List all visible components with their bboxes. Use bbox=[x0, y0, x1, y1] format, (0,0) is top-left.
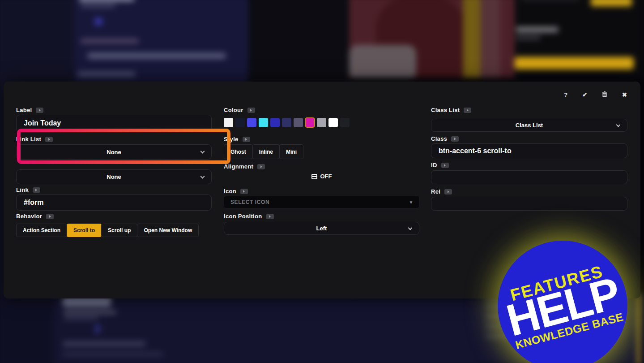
video-help-icon[interactable] bbox=[243, 137, 250, 142]
bg-text-smudge bbox=[77, 72, 136, 77]
bg-photo bbox=[349, 0, 515, 78]
modal-left-column: Label Join Today Link List None None Lin… bbox=[16, 82, 212, 298]
label-input-value: Join Today bbox=[24, 119, 61, 127]
color-swatch[interactable] bbox=[247, 118, 256, 127]
bg-text-smudge bbox=[95, 325, 100, 333]
behavior-action-section-button[interactable]: Action Section bbox=[16, 224, 67, 237]
bg-text-smudge bbox=[63, 352, 163, 356]
behavior-label: Behavior bbox=[16, 213, 54, 220]
id-input[interactable] bbox=[431, 170, 627, 184]
bg-yellow-pill bbox=[591, 0, 632, 6]
alignment-off-icon bbox=[311, 174, 317, 179]
video-help-icon[interactable] bbox=[45, 137, 53, 142]
id-label: ID bbox=[431, 162, 449, 169]
rel-label-text: Rel bbox=[431, 188, 440, 195]
modal-middle-column: Colour Style Ghost Inline Mini Alignm bbox=[224, 82, 419, 298]
icon-label: Icon bbox=[224, 188, 248, 194]
video-help-icon[interactable] bbox=[451, 136, 459, 142]
color-swatch[interactable] bbox=[259, 118, 268, 127]
colour-label-text: Colour bbox=[224, 107, 243, 113]
chevron-down-icon bbox=[200, 174, 205, 178]
video-help-icon[interactable] bbox=[240, 189, 248, 194]
link-input[interactable]: #form bbox=[16, 194, 212, 211]
link-label: Link bbox=[16, 186, 40, 193]
help-knowledge-base-badge: FEATURES HELP KNOWLEDGE BASE bbox=[498, 241, 627, 363]
bg-text-smudge bbox=[64, 316, 98, 320]
icon-select[interactable]: SELECT ICON ▼ bbox=[224, 196, 419, 208]
class-label-text: Class bbox=[431, 135, 447, 142]
class-list-label-text: Class List bbox=[431, 107, 460, 113]
behavior-scroll-up-button[interactable]: Scroll up bbox=[101, 224, 137, 237]
obscured-list-select[interactable]: None bbox=[16, 169, 212, 184]
behavior-open-new-window-button[interactable]: Open New Window bbox=[137, 224, 199, 237]
link-list-label: Link List bbox=[16, 136, 53, 143]
color-swatch[interactable] bbox=[282, 118, 291, 127]
style-label-text: Style bbox=[224, 136, 239, 143]
bg-text-smudge bbox=[516, 27, 559, 32]
style-button-group: Ghost Inline Mini bbox=[224, 144, 303, 159]
id-label-text: ID bbox=[431, 162, 437, 169]
link-label-text: Link bbox=[16, 186, 29, 193]
color-swatch[interactable] bbox=[224, 118, 233, 127]
class-list-selected-value: Class List bbox=[516, 122, 543, 129]
bg-text-smudge bbox=[87, 53, 226, 59]
link-list-select[interactable]: None bbox=[16, 144, 212, 160]
style-ghost-button[interactable]: Ghost bbox=[224, 144, 253, 159]
obscured-list-selected-value: None bbox=[107, 173, 121, 180]
alignment-off-text: OFF bbox=[320, 173, 332, 180]
video-help-icon[interactable] bbox=[36, 108, 43, 113]
video-help-icon[interactable] bbox=[444, 189, 452, 194]
color-swatch[interactable] bbox=[317, 118, 326, 127]
video-help-icon[interactable] bbox=[441, 163, 449, 168]
icon-position-selected-value: Left bbox=[316, 225, 327, 232]
video-help-icon[interactable] bbox=[257, 164, 265, 169]
bg-text-smudge bbox=[81, 39, 139, 43]
style-label: Style bbox=[224, 136, 250, 143]
dropdown-triangle-icon: ▼ bbox=[409, 200, 414, 205]
bg-text-smudge bbox=[516, 36, 541, 39]
video-help-icon[interactable] bbox=[464, 108, 471, 113]
behavior-label-text: Behavior bbox=[16, 213, 42, 220]
style-mini-button[interactable]: Mini bbox=[279, 144, 303, 159]
label-input[interactable]: Join Today bbox=[16, 115, 212, 132]
colour-swatch-row bbox=[224, 118, 350, 127]
colour-label: Colour bbox=[224, 107, 255, 113]
icon-label-text: Icon bbox=[224, 188, 236, 194]
video-help-icon[interactable] bbox=[46, 214, 54, 219]
bg-text-smudge bbox=[95, 18, 102, 25]
color-swatch-selected[interactable] bbox=[305, 118, 315, 127]
alignment-label: Alignment bbox=[224, 163, 265, 170]
bg-text-smudge bbox=[63, 341, 145, 346]
chevron-down-icon bbox=[616, 122, 621, 127]
link-list-label-text: Link List bbox=[16, 136, 41, 143]
rel-label: Rel bbox=[431, 188, 452, 195]
link-input-value: #form bbox=[24, 199, 43, 207]
badge-rotated-text: FEATURES HELP KNOWLEDGE BASE bbox=[499, 259, 626, 352]
color-swatch[interactable] bbox=[340, 118, 350, 127]
link-list-selected-value: None bbox=[107, 149, 121, 156]
color-swatch[interactable] bbox=[235, 118, 245, 127]
bg-text-smudge bbox=[64, 310, 116, 314]
highlight-border bbox=[17, 160, 230, 164]
alignment-label-text: Alignment bbox=[224, 163, 253, 170]
class-label: Class bbox=[431, 135, 459, 142]
style-inline-button[interactable]: Inline bbox=[252, 144, 280, 159]
color-swatch[interactable] bbox=[294, 118, 303, 127]
video-help-icon[interactable] bbox=[33, 187, 40, 193]
video-help-icon[interactable] bbox=[247, 108, 255, 113]
class-list-select[interactable]: Class List bbox=[431, 119, 627, 132]
behavior-scroll-to-button[interactable]: Scroll to bbox=[67, 224, 102, 237]
rel-input[interactable] bbox=[431, 197, 627, 211]
color-swatch[interactable] bbox=[328, 118, 338, 127]
behavior-button-group: Action Section Scroll to Scroll up Open … bbox=[16, 224, 199, 237]
class-list-label: Class List bbox=[431, 107, 471, 113]
icon-position-select[interactable]: Left bbox=[224, 222, 419, 235]
color-swatch[interactable] bbox=[270, 118, 280, 127]
chevron-down-icon bbox=[408, 225, 413, 230]
video-help-icon[interactable] bbox=[266, 214, 274, 219]
icon-position-label-text: Icon Position bbox=[224, 213, 262, 220]
icon-position-label: Icon Position bbox=[224, 213, 274, 220]
bg-text-smudge bbox=[79, 0, 135, 1]
alignment-off-toggle[interactable]: OFF bbox=[224, 173, 419, 180]
class-input[interactable]: btn-accent-6 scroll-to bbox=[431, 143, 627, 158]
